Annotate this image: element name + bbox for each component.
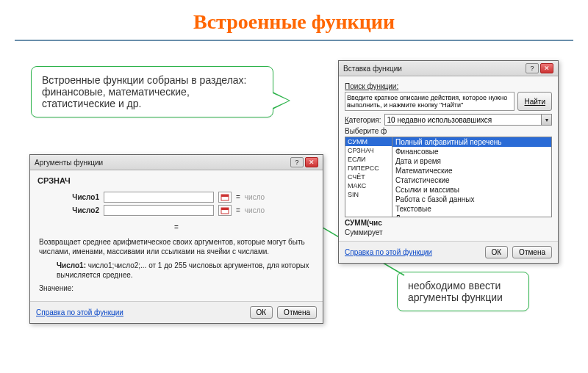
list-item[interactable]: ГИПЕРСС <box>345 164 392 173</box>
arg1-hint: число <box>245 193 265 201</box>
arg2-hint: число <box>245 206 265 214</box>
argument-description: Число1: число1;число2;... от 1 до 255 чи… <box>57 261 314 280</box>
value-label: Значение: <box>39 284 314 292</box>
list-item[interactable]: Финансовые <box>392 147 551 156</box>
list-item[interactable]: СРЗНАЧ <box>345 146 392 155</box>
arg2-input[interactable] <box>104 205 214 216</box>
equals-sign: = <box>236 193 240 201</box>
list-item[interactable]: Логические <box>392 214 551 217</box>
help-link[interactable]: Справка по этой функции <box>345 248 432 256</box>
list-item[interactable]: Дата и время <box>392 156 551 166</box>
category-value[interactable] <box>384 114 552 126</box>
callout-arguments: необходимо ввести аргументы функции <box>397 272 529 311</box>
insert-function-dialog: Вставка функции ? ✕ Поиск функции: Введи… <box>338 60 559 264</box>
function-list[interactable]: СУММ СРЗНАЧ ЕСЛИ ГИПЕРСС СЧЁТ МАКС SIN <box>345 137 392 217</box>
list-item[interactable]: Ссылки и массивы <box>392 185 551 195</box>
function-long-description: Возвращает среднее арифметическое своих … <box>39 237 314 256</box>
list-item[interactable]: СЧЁТ <box>345 173 392 181</box>
help-link[interactable]: Справка по этой функции <box>36 308 123 316</box>
list-item[interactable]: МАКС <box>345 181 392 190</box>
cancel-button[interactable]: Отмена <box>277 306 317 319</box>
range-picker-icon[interactable] <box>218 192 232 203</box>
function-name: СРЗНАЧ <box>36 175 317 189</box>
range-picker-icon[interactable] <box>218 205 232 216</box>
arg2-label: Число2 <box>60 206 99 214</box>
select-fn-label: Выберите ф <box>345 127 387 135</box>
list-item[interactable]: Текстовые <box>392 204 551 214</box>
close-icon[interactable]: ✕ <box>540 63 553 73</box>
help-button-icon[interactable]: ? <box>526 63 539 73</box>
function-signature: СУММ(чис <box>345 219 382 227</box>
category-label: Категория: <box>345 116 381 124</box>
close-icon[interactable]: ✕ <box>305 157 318 167</box>
dialog1-title: Вставка функции <box>343 65 402 73</box>
list-item[interactable]: Статистические <box>392 175 551 185</box>
equals-sign: = <box>236 206 240 214</box>
callout-categories: Встроенные функции собраны в разделах: ф… <box>31 66 273 117</box>
category-combo[interactable]: ▾ <box>384 114 552 126</box>
list-item[interactable]: Работа с базой данных <box>392 195 551 204</box>
list-item[interactable]: SIN <box>345 190 392 199</box>
dialog2-title: Аргументы функции <box>35 159 103 167</box>
arg1-input[interactable] <box>104 192 214 203</box>
svg-rect-1 <box>221 195 229 197</box>
find-button[interactable]: Найти <box>517 92 552 111</box>
list-item[interactable]: ЕСЛИ <box>345 155 392 164</box>
list-item[interactable]: Математические <box>392 166 551 175</box>
result-preview: = <box>36 223 317 231</box>
list-item[interactable]: СУММ <box>345 137 392 146</box>
dialog2-titlebar[interactable]: Аргументы функции ? ✕ <box>30 155 323 170</box>
ok-button[interactable]: ОК <box>250 306 273 319</box>
category-dropdown-list[interactable]: Полный алфавитный перечень Финансовые Да… <box>392 137 552 217</box>
help-button-icon[interactable]: ? <box>290 157 304 167</box>
title-underline <box>15 40 573 41</box>
function-description: Суммирует <box>345 228 552 236</box>
function-arguments-dialog: Аргументы функции ? ✕ СРЗНАЧ Число1 = чи… <box>29 154 323 324</box>
page-title: Встроенные функции <box>0 0 588 40</box>
chevron-down-icon[interactable]: ▾ <box>541 115 551 125</box>
list-item[interactable]: Полный алфавитный перечень <box>392 137 551 147</box>
ok-button[interactable]: ОК <box>485 246 509 258</box>
search-input[interactable]: Введите краткое описание действия, котор… <box>345 92 514 111</box>
search-label: Поиск функции: <box>345 82 552 90</box>
svg-rect-3 <box>221 208 229 210</box>
cancel-button[interactable]: Отмена <box>512 246 552 258</box>
arg1-label: Число1 <box>60 193 99 201</box>
dialog1-titlebar[interactable]: Вставка функции ? ✕ <box>339 61 558 76</box>
